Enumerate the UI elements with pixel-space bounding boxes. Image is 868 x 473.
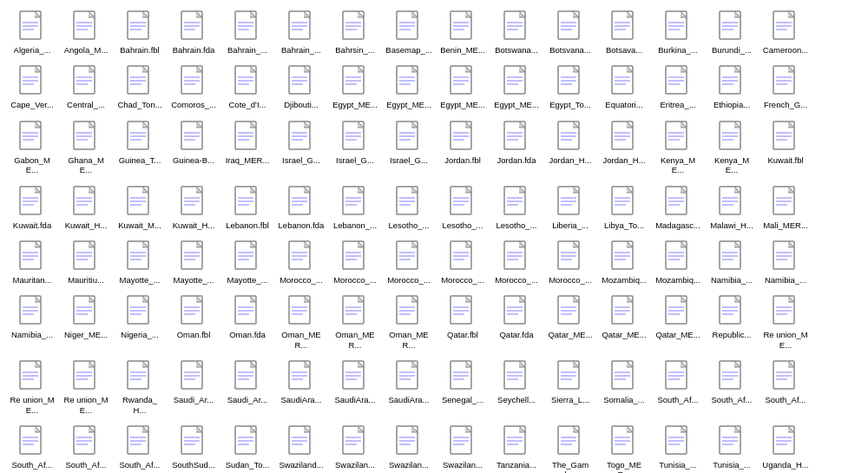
list-item[interactable]: Oman.fbl <box>168 292 219 353</box>
list-item[interactable]: Botsvana... <box>545 7 595 58</box>
list-item[interactable]: Botswana... <box>491 7 542 58</box>
list-item[interactable]: Bahrain_... <box>276 7 326 58</box>
list-item[interactable]: Jordan.fda <box>491 117 542 179</box>
list-item[interactable]: Kenya_ME... <box>707 117 757 179</box>
list-item[interactable]: Senegal_... <box>437 357 488 418</box>
list-item[interactable]: Lesotho_... <box>384 182 434 233</box>
list-item[interactable]: SaudiAra... <box>384 357 434 418</box>
list-item[interactable]: Mayotte_... <box>115 237 165 288</box>
list-item[interactable]: Kenya_ME... <box>653 117 703 179</box>
list-item[interactable]: Tanzania... <box>491 422 542 473</box>
list-item[interactable]: Central_... <box>61 62 111 113</box>
list-item[interactable]: Guinea-B... <box>168 117 219 179</box>
list-item[interactable]: Niger_ME... <box>61 292 111 353</box>
list-item[interactable]: South_Af... <box>653 357 703 418</box>
list-item[interactable]: Mali_MER... <box>760 182 811 233</box>
list-item[interactable]: Mauritiu... <box>61 237 111 288</box>
list-item[interactable]: Chad_Ton... <box>115 62 165 113</box>
list-item[interactable]: Lebanon.fda <box>276 182 326 233</box>
list-item[interactable]: Oman_MER... <box>276 292 326 353</box>
list-item[interactable]: Re union_ME... <box>61 357 111 418</box>
list-item[interactable]: Lebanon.fbl <box>222 182 273 233</box>
list-item[interactable]: Burkina_... <box>653 7 703 58</box>
list-item[interactable]: Cote_d'I... <box>222 62 273 113</box>
list-item[interactable]: South_Af... <box>115 422 165 473</box>
list-item[interactable]: Uganda_H... <box>760 422 811 473</box>
list-item[interactable]: Nigeria_... <box>115 292 165 353</box>
list-item[interactable]: Bahrain_... <box>222 7 273 58</box>
list-item[interactable]: Togo_MER... <box>599 422 649 473</box>
list-item[interactable]: Kuwait_H... <box>168 182 219 233</box>
list-item[interactable]: SaudiAra... <box>330 357 380 418</box>
list-item[interactable]: Morocco_... <box>491 237 542 288</box>
list-item[interactable]: Cameroon... <box>760 7 811 58</box>
list-item[interactable]: The_Gamb... <box>545 422 595 473</box>
list-item[interactable]: Qatar_ME... <box>599 292 649 353</box>
list-item[interactable]: Qatar.fda <box>491 292 542 353</box>
list-item[interactable]: Swazilan... <box>437 422 488 473</box>
list-item[interactable]: Burundi_... <box>707 7 757 58</box>
list-item[interactable]: Tunisia_... <box>653 422 703 473</box>
list-item[interactable]: Guinea_T... <box>115 117 165 179</box>
list-item[interactable]: Morocco_... <box>545 237 595 288</box>
list-item[interactable]: Morocco_... <box>276 237 326 288</box>
list-item[interactable]: Sudan_To... <box>222 422 273 473</box>
list-item[interactable]: Israel_G... <box>384 117 434 179</box>
list-item[interactable]: SouthSud... <box>168 422 219 473</box>
list-item[interactable]: Egypt_ME... <box>384 62 434 113</box>
list-item[interactable]: Basemap_... <box>384 7 434 58</box>
list-item[interactable]: Bahrain.fda <box>168 7 219 58</box>
list-item[interactable]: Egypt_To... <box>545 62 595 113</box>
list-item[interactable]: Qatar.fbl <box>437 292 488 353</box>
list-item[interactable]: Bahrsin_... <box>330 7 380 58</box>
list-item[interactable]: Djibouti... <box>276 62 326 113</box>
list-item[interactable]: South_Af... <box>7 422 57 473</box>
list-item[interactable]: Gabon_ME... <box>7 117 57 179</box>
list-item[interactable]: SaudiAra... <box>276 357 326 418</box>
list-item[interactable]: Swaziland... <box>276 422 326 473</box>
list-item[interactable]: Israel_G... <box>276 117 326 179</box>
list-item[interactable]: Jordan_H... <box>599 117 649 179</box>
list-item[interactable]: Qatar_ME... <box>545 292 595 353</box>
list-item[interactable]: Tunisia_... <box>707 422 757 473</box>
list-item[interactable]: Qatar_ME... <box>653 292 703 353</box>
list-item[interactable]: Kuwait.fbl <box>760 117 811 179</box>
list-item[interactable]: Eritrea_... <box>653 62 703 113</box>
list-item[interactable]: Ethiopia... <box>707 62 757 113</box>
list-item[interactable]: Jordan.fbl <box>437 117 488 179</box>
list-item[interactable]: Sierra_L... <box>545 357 595 418</box>
list-item[interactable]: Egypt_ME... <box>437 62 488 113</box>
list-item[interactable]: Oman_MER... <box>384 292 434 353</box>
list-item[interactable]: Morocco_... <box>437 237 488 288</box>
list-item[interactable]: South_Af... <box>61 422 111 473</box>
list-item[interactable]: French_G... <box>760 62 811 113</box>
list-item[interactable]: Morocco_... <box>384 237 434 288</box>
list-item[interactable]: Comoros_... <box>168 62 219 113</box>
list-item[interactable]: Ghana_ME... <box>61 117 111 179</box>
list-item[interactable]: Lebanon_... <box>330 182 380 233</box>
list-item[interactable]: Republic... <box>707 292 757 353</box>
list-item[interactable]: Egypt_ME... <box>491 62 542 113</box>
list-item[interactable]: Equatori... <box>599 62 649 113</box>
list-item[interactable]: Kuwait_H... <box>61 182 111 233</box>
list-item[interactable]: Bahrain.fbl <box>115 7 165 58</box>
list-item[interactable]: Kuwait_M... <box>115 182 165 233</box>
list-item[interactable]: Lesotho_... <box>437 182 488 233</box>
list-item[interactable]: Jordan_H... <box>545 117 595 179</box>
list-item[interactable]: Iraq_MER... <box>222 117 273 179</box>
list-item[interactable]: Madagasc... <box>653 182 703 233</box>
list-item[interactable]: Oman.fda <box>222 292 273 353</box>
list-item[interactable]: Botsava... <box>599 7 649 58</box>
list-item[interactable]: Namibia_... <box>707 237 757 288</box>
list-item[interactable]: Swazilan... <box>384 422 434 473</box>
list-item[interactable]: Cape_Ver... <box>7 62 57 113</box>
list-item[interactable]: Mayotte_... <box>168 237 219 288</box>
list-item[interactable]: Lesotho_... <box>491 182 542 233</box>
list-item[interactable]: Malawi_H... <box>707 182 757 233</box>
list-item[interactable]: Angola_M... <box>61 7 111 58</box>
list-item[interactable]: Saudi_Ar... <box>168 357 219 418</box>
list-item[interactable]: Mozambiq... <box>599 237 649 288</box>
list-item[interactable]: Mozambiq... <box>653 237 703 288</box>
list-item[interactable]: Saudi_Ar... <box>222 357 273 418</box>
list-item[interactable]: Re union_ME... <box>760 292 811 353</box>
